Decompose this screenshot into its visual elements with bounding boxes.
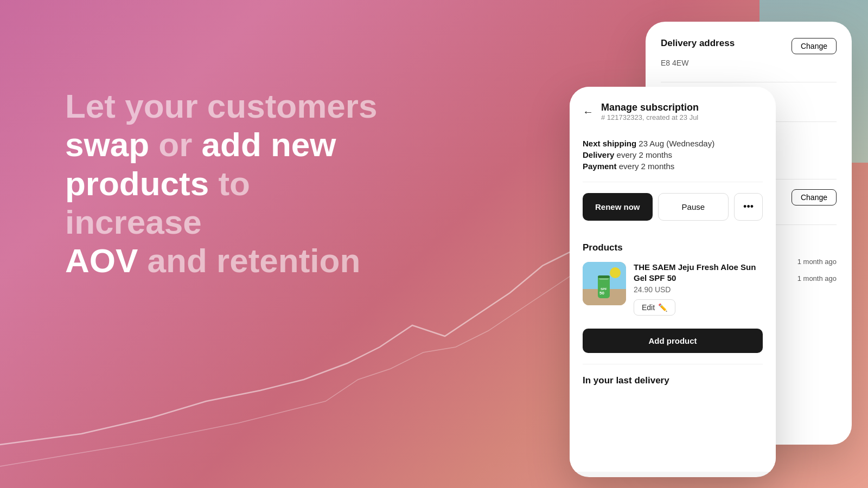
back-arrow-icon[interactable]: ←	[583, 106, 593, 118]
more-options-button[interactable]: •••	[734, 193, 763, 221]
delivery-label: Delivery	[583, 150, 614, 159]
delivery-address-section: Delivery address Change E8 4EW	[661, 38, 837, 69]
payment-label: Payment	[583, 162, 617, 171]
payment-row: Payment every 2 months	[583, 162, 763, 171]
svg-point-2	[610, 267, 621, 278]
action-buttons: Renew now Pause •••	[583, 193, 763, 221]
products-title: Products	[583, 242, 763, 253]
hero-line2-or: or	[158, 126, 201, 163]
delivery-address-change-btn[interactable]: Change	[792, 38, 837, 54]
front-header: ← Manage subscription # 121732323, creat…	[570, 87, 776, 130]
pause-button[interactable]: Pause	[658, 193, 729, 221]
shipping-info-section: Next shipping 23 Aug (Wednesday) Deliver…	[583, 130, 763, 182]
payment-value: every 2 months	[619, 162, 675, 171]
hero-line4-retention: and retention	[148, 242, 361, 279]
products-section: Products SPF 50	[583, 232, 763, 364]
history-item1-time: 1 month ago	[797, 258, 837, 266]
delivery-row: Delivery every 2 months	[583, 150, 763, 159]
hero-line2-add: add new	[202, 126, 336, 163]
edit-product-button[interactable]: Edit ✏️	[634, 299, 675, 316]
next-shipping-row: Next shipping 23 Aug (Wednesday)	[583, 139, 763, 148]
product-info: THE SAEM Jeju Fresh Aloe Sun Gel SPF 50 …	[634, 262, 763, 316]
svg-text:50: 50	[599, 291, 604, 296]
hero-line3-products: products	[65, 165, 218, 202]
delivery-address-value: E8 4EW	[661, 57, 837, 69]
delivery-value: every 2 months	[617, 150, 673, 159]
subscription-title: Manage subscription	[601, 102, 699, 113]
divider1	[661, 82, 837, 82]
edit-label: Edit	[642, 303, 655, 312]
product-image: SPF 50	[583, 262, 626, 305]
next-shipping-value: 23 Aug (Wednesday)	[639, 139, 714, 148]
product-image-svg: SPF 50	[583, 262, 626, 305]
billing-change-btn[interactable]: Change	[792, 189, 837, 206]
renew-now-button[interactable]: Renew now	[583, 193, 653, 221]
phone-front-panel: ← Manage subscription # 121732323, creat…	[570, 87, 776, 477]
delivery-address-label: Delivery address	[661, 38, 735, 49]
history-item2-time: 1 month ago	[797, 274, 837, 282]
product-item: SPF 50 THE SAEM Jeju Fresh Aloe Sun Gel …	[583, 262, 763, 316]
hero-line1: Let your customers	[65, 87, 377, 125]
hero-line2-swap: swap	[65, 126, 158, 163]
product-name: THE SAEM Jeju Fresh Aloe Sun Gel SPF 50	[634, 262, 763, 283]
last-delivery-label: In your last delivery	[583, 375, 669, 386]
subscription-subtitle: # 121732323, created at 23 Jul	[601, 113, 699, 121]
edit-pencil-icon: ✏️	[658, 303, 667, 312]
last-delivery-section: In your last delivery	[583, 364, 763, 386]
add-product-button[interactable]: Add product	[583, 329, 763, 353]
product-price: 24.90 USD	[634, 285, 763, 294]
front-body: Next shipping 23 Aug (Wednesday) Deliver…	[570, 130, 776, 472]
next-shipping-label: Next shipping	[583, 139, 636, 148]
hero-line4-aov: AOV	[65, 242, 148, 279]
svg-rect-5	[598, 275, 610, 278]
hero-section: Let your customers swap or add new produ…	[65, 87, 380, 280]
